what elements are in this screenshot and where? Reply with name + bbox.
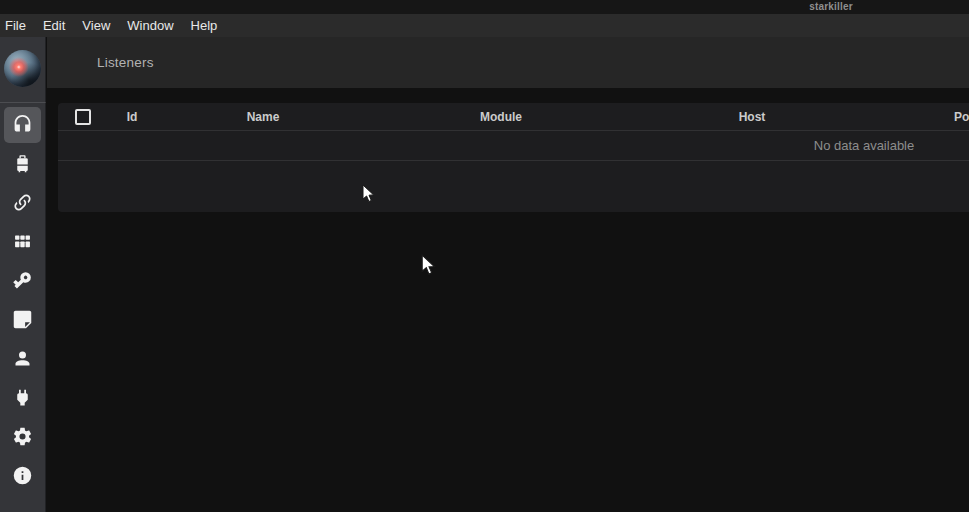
- note-icon: [12, 309, 33, 330]
- menu-window[interactable]: Window: [121, 14, 179, 37]
- table-footer: [58, 161, 969, 212]
- column-header-id[interactable]: Id: [127, 103, 138, 131]
- page-title: Listeners: [97, 55, 154, 70]
- sidebar-item-about[interactable]: [4, 458, 41, 494]
- sidebar-nav: [0, 102, 46, 495]
- person-icon: [12, 348, 33, 369]
- briefcase-icon: [12, 153, 33, 174]
- column-header-module[interactable]: Module: [480, 103, 522, 131]
- menu-file[interactable]: File: [0, 14, 32, 37]
- page-toolbar: Listeners: [47, 37, 969, 88]
- table-header-row: Id Name Module Host Port: [58, 103, 969, 131]
- column-header-name[interactable]: Name: [247, 103, 280, 131]
- grid-icon: [12, 231, 33, 252]
- link-icon: [12, 192, 33, 213]
- menu-bar: File Edit View Window Help: [0, 14, 969, 37]
- plug-icon: [12, 387, 33, 408]
- sidebar-item-plugins[interactable]: [4, 380, 41, 416]
- sidebar-item-reporting[interactable]: [4, 302, 41, 338]
- menu-edit[interactable]: Edit: [37, 14, 71, 37]
- sidebar-item-agents[interactable]: [4, 185, 41, 221]
- select-all-checkbox[interactable]: [75, 109, 91, 125]
- sidebar-item-credentials[interactable]: [4, 263, 41, 299]
- title-bar: starkiller: [0, 0, 969, 14]
- listeners-table: Id Name Module Host Port No data availab…: [58, 103, 969, 212]
- sidebar-item-listeners[interactable]: [4, 107, 41, 143]
- key-icon: [8, 266, 38, 296]
- gear-icon: [12, 426, 33, 447]
- no-data-message: No data available: [814, 131, 914, 161]
- mouse-cursor-2: [421, 254, 436, 277]
- starkiller-logo: [4, 50, 41, 87]
- window-title: starkiller: [781, 0, 881, 13]
- sidebar: [0, 37, 46, 512]
- headset-icon: [12, 114, 33, 135]
- column-header-host[interactable]: Host: [739, 103, 766, 131]
- info-icon: [12, 465, 33, 486]
- sidebar-item-settings[interactable]: [4, 419, 41, 455]
- sidebar-item-stagers[interactable]: [4, 146, 41, 182]
- menu-help[interactable]: Help: [185, 14, 224, 37]
- table-empty-row: No data available: [58, 131, 969, 161]
- menu-view[interactable]: View: [76, 14, 116, 37]
- sidebar-item-users[interactable]: [4, 341, 41, 377]
- sidebar-item-modules[interactable]: [4, 224, 41, 260]
- column-header-port[interactable]: Port: [954, 103, 969, 131]
